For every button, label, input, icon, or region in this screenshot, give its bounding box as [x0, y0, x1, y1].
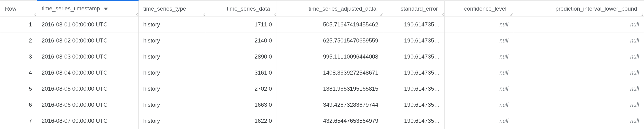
cell-value: 432.65447653564979	[323, 118, 378, 124]
cell-value: 2016-08-04 00:00:00 UTC	[42, 69, 108, 76]
null-value: null	[500, 118, 508, 124]
cell-value: 190.614735…	[404, 37, 440, 44]
cell-conf: null	[445, 49, 513, 65]
cell-value: history	[143, 85, 160, 92]
cell-idx: 3	[0, 49, 37, 65]
column-header-adjusted[interactable]: time_series_adjusted_data	[277, 0, 383, 16]
cell-value: 2140.0	[254, 37, 272, 44]
null-value: null	[630, 53, 639, 60]
cell-data: 1622.0	[206, 113, 277, 129]
cell-lower: null	[513, 49, 644, 65]
cell-lower: null	[513, 113, 644, 129]
sort-descending-icon[interactable]	[104, 5, 108, 12]
column-header-lower-bound[interactable]: prediction_interval_lower_bound	[513, 0, 644, 16]
cell-stderr: 190.614735…	[383, 113, 445, 129]
cell-conf: null	[445, 113, 513, 129]
cell-value: history	[143, 69, 160, 76]
null-value: null	[500, 102, 508, 108]
cell-value: 1663.0	[254, 102, 272, 108]
cell-stderr: 190.614735…	[383, 97, 445, 113]
null-value: null	[500, 21, 508, 28]
table-row[interactable]: 42016-08-04 00:00:00 UTChistory3161.0140…	[0, 65, 644, 81]
cell-type: history	[138, 16, 206, 33]
cell-value: 6	[29, 102, 32, 108]
cell-timestamp: 2016-08-03 00:00:00 UTC	[37, 49, 138, 65]
cell-value: 190.614735…	[404, 69, 440, 76]
null-value: null	[630, 102, 639, 108]
cell-data: 2890.0	[206, 49, 277, 65]
cell-adjusted: 1408.3639272548671	[277, 65, 383, 81]
table-row[interactable]: 12016-08-01 00:00:00 UTChistory1711.0505…	[0, 16, 644, 33]
cell-conf: null	[445, 81, 513, 97]
cell-lower: null	[513, 81, 644, 97]
cell-type: history	[138, 49, 206, 65]
cell-value: 1	[29, 21, 32, 28]
null-value: null	[630, 21, 639, 28]
resize-handle-icon[interactable]	[273, 13, 276, 16]
table-row[interactable]: 62016-08-06 00:00:00 UTChistory1663.0349…	[0, 97, 644, 113]
cell-value: 2016-08-02 00:00:00 UTC	[42, 37, 108, 44]
null-value: null	[630, 118, 639, 124]
cell-timestamp: 2016-08-01 00:00:00 UTC	[37, 16, 138, 33]
column-label: prediction_interval_lower_bound	[555, 5, 637, 12]
table-row[interactable]: 32016-08-03 00:00:00 UTChistory2890.0995…	[0, 49, 644, 65]
column-label: Row	[5, 5, 16, 12]
cell-adjusted: 995.11110096444008	[277, 49, 383, 65]
column-label: time_series_adjusted_data	[308, 5, 376, 12]
cell-value: history	[143, 21, 160, 28]
column-header-confidence[interactable]: confidence_level	[445, 0, 513, 16]
resize-handle-icon[interactable]	[640, 13, 643, 16]
cell-value: 3161.0	[254, 69, 272, 76]
cell-value: 4	[29, 69, 32, 76]
column-header-row[interactable]: Row	[0, 0, 37, 16]
resize-handle-icon[interactable]	[33, 13, 36, 16]
cell-value: 190.614735…	[404, 85, 440, 92]
null-value: null	[500, 53, 508, 60]
cell-stderr: 190.614735…	[383, 33, 445, 49]
cell-timestamp: 2016-08-05 00:00:00 UTC	[37, 81, 138, 97]
cell-value: 5	[29, 85, 32, 92]
cell-idx: 4	[0, 65, 37, 81]
column-header-timestamp[interactable]: time_series_timestamp	[37, 0, 138, 16]
resize-handle-icon[interactable]	[134, 13, 138, 16]
resize-handle-icon[interactable]	[379, 13, 382, 16]
cell-value: 2016-08-01 00:00:00 UTC	[42, 21, 108, 28]
column-header-data[interactable]: time_series_data	[206, 0, 277, 16]
column-label: time_series_timestamp	[42, 5, 100, 12]
cell-adjusted: 625.75015470659559	[277, 33, 383, 49]
cell-value: 2016-08-05 00:00:00 UTC	[42, 85, 108, 92]
column-header-type[interactable]: time_series_type	[138, 0, 206, 16]
null-value: null	[630, 69, 639, 76]
column-header-stderr[interactable]: standard_error	[383, 0, 445, 16]
cell-value: 190.614735…	[404, 102, 440, 108]
null-value: null	[500, 85, 508, 92]
cell-idx: 6	[0, 97, 37, 113]
resize-handle-icon[interactable]	[509, 13, 512, 16]
cell-value: 190.614735…	[404, 53, 440, 60]
cell-timestamp: 2016-08-04 00:00:00 UTC	[37, 65, 138, 81]
resize-handle-icon[interactable]	[202, 13, 205, 16]
cell-stderr: 190.614735…	[383, 65, 445, 81]
cell-timestamp: 2016-08-06 00:00:00 UTC	[37, 97, 138, 113]
cell-conf: null	[445, 16, 513, 33]
column-label: standard_error	[401, 5, 438, 12]
cell-conf: null	[445, 65, 513, 81]
cell-value: 505.71647419455462	[323, 21, 378, 28]
cell-data: 2140.0	[206, 33, 277, 49]
table-row[interactable]: 22016-08-02 00:00:00 UTChistory2140.0625…	[0, 33, 644, 49]
cell-value: 1622.0	[254, 118, 272, 124]
results-table: Row time_series_timestamp time_series_ty…	[0, 0, 644, 129]
table-body: 12016-08-01 00:00:00 UTChistory1711.0505…	[0, 16, 644, 129]
cell-type: history	[138, 81, 206, 97]
cell-value: 2	[29, 37, 32, 44]
cell-adjusted: 1381.9653195165815	[277, 81, 383, 97]
cell-conf: null	[445, 97, 513, 113]
table-row[interactable]: 72016-08-07 00:00:00 UTChistory1622.0432…	[0, 113, 644, 129]
resize-handle-icon[interactable]	[441, 13, 444, 16]
cell-type: history	[138, 97, 206, 113]
null-value: null	[630, 85, 639, 92]
cell-lower: null	[513, 97, 644, 113]
cell-idx: 2	[0, 33, 37, 49]
table-row[interactable]: 52016-08-05 00:00:00 UTChistory2702.0138…	[0, 81, 644, 97]
cell-value: 349.42673283679744	[323, 102, 378, 108]
